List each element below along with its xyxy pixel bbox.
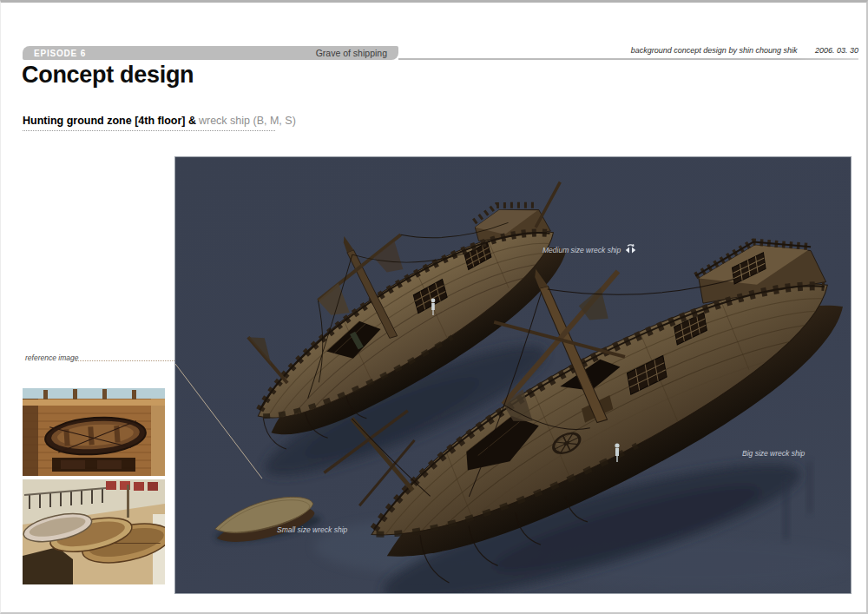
medium-ship-label-text: Medium size wreck ship xyxy=(542,246,621,254)
concept-design-sheet: EPISODE 6 Grave of shipping background c… xyxy=(0,0,868,614)
reference-photo-1 xyxy=(23,388,165,476)
big-ship-label-text: Big size wreck ship xyxy=(742,449,805,458)
chapter-title: Grave of shipping xyxy=(316,48,387,58)
small-ship-label-text: Small size wreck ship xyxy=(277,525,347,534)
reference-dotted-line xyxy=(75,360,174,361)
small-ship-label: Small size wreck ship xyxy=(277,525,347,534)
concept-art-canvas: Medium size wreck ship Big size wreck sh… xyxy=(174,156,852,594)
subtitle-ships: wreck ship (B, M, S) xyxy=(199,115,296,127)
header-bar: EPISODE 6 Grave of shipping xyxy=(23,46,398,60)
big-ship-label: Big size wreck ship xyxy=(742,449,805,458)
date-text: 2006. 03. 30 xyxy=(815,46,858,55)
credit-line: background concept design by shin choung… xyxy=(435,46,858,55)
subtitle: Hunting ground zone [4th floor] &wreck s… xyxy=(23,115,275,131)
reference-photo-2 xyxy=(23,479,165,584)
subtitle-zone: Hunting ground zone [4th floor] & xyxy=(23,115,196,127)
page-title: Concept design xyxy=(22,62,194,89)
medium-ship-label: Medium size wreck ship xyxy=(542,243,637,256)
nested-boats-photo xyxy=(23,479,165,584)
ship-model-photo xyxy=(23,388,165,476)
reference-image-label: reference image xyxy=(25,353,78,362)
reference-connector-line xyxy=(175,364,262,479)
episode-label: EPISODE 6 xyxy=(34,49,86,58)
credit-text: background concept design by shin choung… xyxy=(631,46,798,55)
header-rule xyxy=(398,58,858,60)
small-wreck-ship xyxy=(210,492,323,547)
flip-horizontal-icon xyxy=(624,243,637,256)
